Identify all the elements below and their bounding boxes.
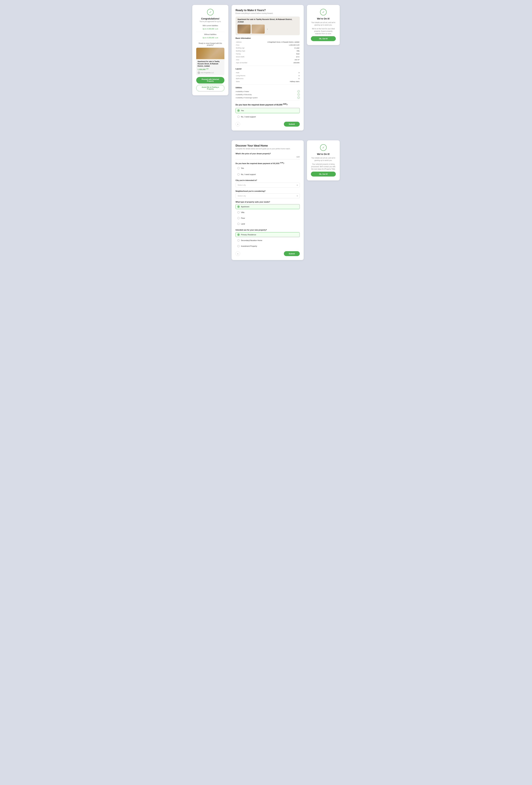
discover-back-button[interactable]: ‹ <box>235 251 240 256</box>
agency-name: KSA Properties LLC <box>201 72 214 74</box>
discover-no-radio <box>237 173 239 176</box>
property-detail-card: Ready to Make it Yours? Ensure everythin… <box>232 5 304 130</box>
layout-table: Halls 3 Living Rooms 3 Bathrooms 5 Stair… <box>235 71 300 83</box>
assist-button[interactable]: Assist Me in Finding a Property <box>196 85 224 92</box>
price-input[interactable] <box>235 156 296 158</box>
no-label: No, I need support <box>241 116 256 118</box>
area-row: Area 242 m² <box>236 58 299 61</box>
neighborhood-select[interactable]: Select city ▾ <box>235 194 300 198</box>
back-button[interactable]: ‹ <box>235 122 240 126</box>
discover-yes-label: Yes <box>241 167 244 169</box>
living-rooms-row: Living Rooms 3 <box>236 74 299 77</box>
agency-row: KSA Properties LLC <box>196 71 224 75</box>
apartment-radio <box>237 205 239 208</box>
type-apartment[interactable]: Apartment <box>235 204 300 209</box>
city-select[interactable]: Select city ▾ <box>235 183 300 187</box>
investment-radio <box>237 245 239 247</box>
use-primary[interactable]: Primary Residence <box>235 232 300 237</box>
property-detail-desc: Ensure everything is correct before movi… <box>235 12 300 14</box>
secondary-radio <box>237 239 239 242</box>
bottom-row: Discover Your Ideal Home Complete the de… <box>192 140 340 260</box>
down-payment-heading: Do you have the required down payment of… <box>235 103 300 106</box>
utility-sewage-row: Availability of Sewerage System ✓ <box>235 96 300 99</box>
villa-label: Villa <box>241 211 244 213</box>
discover-form-bottom: ‹ Submit <box>235 251 300 256</box>
city-label: City you're interested in? <box>235 179 300 181</box>
property-type-label: What type of property suits your needs? <box>235 201 300 203</box>
info-divider-2 <box>235 84 300 85</box>
no-option[interactable]: No, I need support <box>235 114 300 119</box>
type-floor[interactable]: Floor <box>235 216 300 221</box>
stairs-row: Stairs Hallway stairs <box>236 80 299 83</box>
type-villa[interactable]: Villa <box>235 210 300 215</box>
down-payment-section: Do you have the required down payment of… <box>235 103 300 119</box>
amount-with: Up to X,000,000 SAR <box>196 27 224 30</box>
property-detail-heading: Ready to Make it Yours? <box>235 9 300 12</box>
weon-top-para2: We're on the hunt for your ideal propert… <box>311 27 336 35</box>
top-row: ✓ Congratulations! You're pre-approved f… <box>192 5 340 130</box>
proceed-button[interactable]: Proceed with Selected Property <box>196 77 224 83</box>
neighborhood-placeholder: Select city <box>238 195 246 197</box>
utility-electricity-check: ✓ <box>298 93 300 96</box>
aqar-row: Aqar Ad Number 1601506 <box>236 61 299 64</box>
property-image-2 <box>252 25 265 33</box>
congrats-property-price: 1,200,000 SAR <box>196 68 224 71</box>
type-land[interactable]: Land <box>235 221 300 226</box>
weon-bottom-ok-button[interactable]: Ok, Got It! <box>311 172 336 177</box>
apartment-label: Apartment <box>241 206 249 208</box>
weon-top-card: ✓ We're On It! Your details are all set,… <box>307 5 340 45</box>
property-type-group: What type of property suits your needs? … <box>235 201 300 226</box>
amount-without: Up to X,000,000 SAR <box>196 36 224 39</box>
secondary-label: Secondary/Vacation Home <box>241 239 262 242</box>
use-secondary[interactable]: Secondary/Vacation Home <box>235 238 300 243</box>
discover-down-payment-label: Do you have the required down payment of… <box>235 162 300 164</box>
primary-radio <box>237 233 239 236</box>
ready-label: Ready to move forward with this property… <box>196 43 224 46</box>
property-type-options: Apartment Villa Floor Land <box>235 204 300 226</box>
image-next-arrow[interactable]: › <box>266 25 269 33</box>
discover-card: Discover Your Ideal Home Complete the de… <box>232 140 304 260</box>
building-age-row: Building Age 11 year <box>236 47 299 49</box>
discover-no-option[interactable]: No, I need support <box>235 172 300 177</box>
basic-info-table: Address Al-Baghdadi Street, Al-Rawabi Di… <box>235 41 300 65</box>
intended-use-options: Primary Residence Secondary/Vacation Hom… <box>235 232 300 249</box>
utilities-label: Utilities <box>235 86 300 88</box>
property-images: › <box>237 25 298 33</box>
discover-desc: Complete the details below and we'll gui… <box>235 148 300 150</box>
price-row: Price 1,300,000 SAR <box>236 44 299 46</box>
congrats-subtitle: You're pre-approved for up to: <box>196 21 224 22</box>
discover-yes-option[interactable]: Yes <box>235 166 300 171</box>
yes-label: Yes <box>241 109 244 111</box>
weon-top-heading: We're On It! <box>311 17 336 20</box>
villa-radio <box>237 211 239 213</box>
yes-option[interactable]: Yes <box>235 108 300 113</box>
use-investment[interactable]: Investment Property <box>235 244 300 249</box>
utility-electricity-label: Availability of Electricity <box>235 94 252 96</box>
intended-use-label: Intended use for your new property? <box>235 229 300 231</box>
weon-top-ok-button[interactable]: Ok, Got It! <box>311 36 336 41</box>
investment-label: Investment Property <box>241 245 257 247</box>
divider-2 <box>196 41 224 41</box>
price-input-row: SAR <box>235 156 300 159</box>
halls-row: Halls 3 <box>236 71 299 74</box>
discover-submit-button[interactable]: Submit <box>284 251 300 256</box>
utility-water-check: ✓ <box>298 90 300 93</box>
neighborhood-group: Neighborhood you're considering? Select … <box>235 190 300 198</box>
property-banner: Apartment for sale in Tawfiq Hussein Str… <box>235 17 300 35</box>
utility-sewage-label: Availability of Sewerage System <box>235 97 258 99</box>
submit-button[interactable]: Submit <box>284 122 300 127</box>
weon-bottom-check-icon: ✓ <box>320 144 327 151</box>
price-label: What's the price of your dream property? <box>235 153 300 155</box>
weon-bottom-para1: Your details are all set, and we're gear… <box>311 157 336 161</box>
city-placeholder: Select city <box>238 184 246 186</box>
building-type-row: Building Type Villa <box>236 50 299 52</box>
down-payment-group: Do you have the required down payment of… <box>235 162 300 177</box>
city-chevron-icon: ▾ <box>297 184 298 186</box>
congratulations-card: ✓ Congratulations! You're pre-approved f… <box>192 5 228 95</box>
price-currency: SAR <box>296 156 300 158</box>
floor-label: Floor <box>241 217 245 219</box>
utility-electricity-row: Availability of Electricity ✓ <box>235 93 300 96</box>
with-liabilities-label: With current liabilities <box>196 25 224 27</box>
property-image-1 <box>237 25 251 33</box>
info-divider-1 <box>235 66 300 66</box>
